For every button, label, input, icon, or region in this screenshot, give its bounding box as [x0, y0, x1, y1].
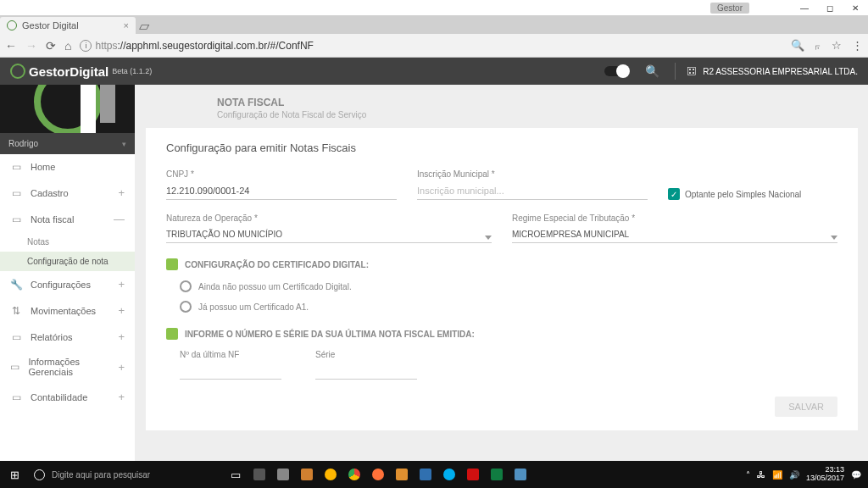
zoom-icon[interactable]: 🔍 [791, 39, 804, 52]
app-icon[interactable] [295, 464, 319, 485]
home-button[interactable]: ⌂ [64, 39, 71, 53]
sidebar-item-home[interactable]: ▭ Home [0, 154, 135, 180]
cert-option-2[interactable]: Já possuo um Certificado A1. [180, 301, 837, 313]
search-icon[interactable]: 🔍 [645, 64, 659, 78]
system-tray[interactable]: ˄ 🖧 📶 🔊 23:13 13/05/2017 💬 [746, 466, 868, 483]
chrome-icon[interactable] [342, 464, 366, 485]
gestor-tag: Gestor [710, 3, 749, 14]
sidebar-user[interactable]: Rodrigo ▾ [0, 133, 135, 154]
url-path: ://apphml.seugestordigital.com.br/#/Conf… [117, 40, 313, 52]
bookmark-icon[interactable]: ☆ [832, 39, 842, 52]
expand-icon: + [118, 186, 125, 199]
cert-section-label: CONFIGURAÇÃO DO CERTIFICADO DIGITAL: [166, 258, 837, 270]
notifications-icon[interactable]: 💬 [851, 470, 861, 480]
list-icon: ▭ [10, 187, 22, 199]
nf-num-input[interactable] [180, 363, 281, 380]
volume-icon[interactable]: 🔊 [789, 470, 799, 480]
app-icon[interactable] [319, 464, 342, 485]
badge-icon [166, 258, 178, 270]
sidebar-item-cadastro[interactable]: ▭ Cadastro + [0, 180, 135, 206]
cert-section-text: CONFIGURAÇÃO DO CERTIFICADO DIGITAL: [185, 260, 369, 269]
pdf-icon[interactable] [461, 464, 485, 485]
sidebar-item-info-gerenciais[interactable]: ▭ Informações Gerenciais + [0, 350, 135, 384]
tray-up-icon[interactable]: ˄ [746, 470, 750, 480]
theme-toggle[interactable] [604, 66, 630, 76]
wrench-icon: 🔧 [10, 279, 22, 291]
extension-icon[interactable]: ⟔ [815, 39, 821, 52]
sidebar-item-config[interactable]: 🔧 Configurações + [0, 271, 135, 297]
start-button[interactable]: ⊞ [0, 469, 29, 481]
chevron-down-icon: ▾ [122, 140, 126, 148]
inscricao-input[interactable] [417, 182, 648, 200]
optante-field: ✓ Optante pelo Simples Nacional [668, 188, 837, 200]
cortana-icon [34, 469, 45, 480]
address-bar[interactable]: i https://apphml.seugestordigital.com.br… [80, 40, 782, 52]
page-header: NOTA FISCAL Configuração de Nota Fiscal … [136, 85, 868, 128]
page-subheading: Configuração de Nota Fiscal de Serviço [217, 110, 868, 119]
taskbar-clock[interactable]: 23:13 13/05/2017 [806, 466, 844, 483]
page-heading: NOTA FISCAL [217, 97, 868, 108]
app-icon[interactable] [414, 464, 437, 485]
cnpj-input[interactable] [166, 182, 397, 200]
svg-rect-4 [693, 72, 694, 74]
main-content: NOTA FISCAL Configuração de Nota Fiscal … [136, 85, 868, 461]
cert-opt2-label: Já possuo um Certificado A1. [198, 302, 309, 312]
new-tab-button[interactable]: ▱ [136, 18, 153, 34]
sidebar-item-label: Nota fiscal [31, 214, 74, 225]
badge-icon [166, 328, 178, 340]
excel-icon[interactable] [485, 464, 509, 485]
svg-rect-2 [693, 69, 694, 70]
firefox-icon[interactable] [366, 464, 390, 485]
sidebar-item-relatorios[interactable]: ▭ Relatórios + [0, 324, 135, 350]
browser-tab[interactable]: Gestor Digital × [0, 17, 136, 34]
url-protocol: https [95, 40, 117, 52]
maximize-button[interactable]: ◻ [817, 3, 843, 13]
sidebar-item-label: Home [31, 162, 55, 172]
regime-label: Regime Especial de Tributação * [512, 214, 837, 223]
user-name: Rodrigo [8, 139, 38, 148]
wifi-icon[interactable]: 📶 [772, 470, 782, 480]
app-icon[interactable] [390, 464, 414, 485]
expand-icon: + [118, 361, 125, 374]
minimize-button[interactable]: — [792, 3, 817, 13]
cert-option-1[interactable]: Ainda não possuo um Certificado Digital. [180, 280, 837, 292]
sidebar-item-contabilidade[interactable]: ▭ Contabilidade + [0, 384, 135, 410]
optante-checkbox[interactable]: ✓ [668, 188, 680, 200]
windows-titlebar: Gestor — ◻ ✕ [0, 0, 868, 15]
app-icon[interactable] [271, 464, 295, 485]
tab-close-icon[interactable]: × [124, 20, 129, 30]
app-icon[interactable] [248, 464, 271, 485]
natureza-field[interactable]: Natureza de Operação * TRIBUTAÇÃO NO MUN… [166, 214, 492, 243]
back-button[interactable]: ← [5, 39, 17, 53]
sidebar: Rodrigo ▾ ▭ Home ▭ Cadastro + ▭ Nota fis… [0, 85, 136, 461]
divider [675, 63, 676, 80]
expand-icon: + [118, 391, 125, 403]
report-icon: ▭ [10, 331, 22, 343]
forward-button[interactable]: → [25, 39, 37, 53]
sidebar-item-nota-fiscal[interactable]: ▭ Nota fiscal — [0, 206, 135, 232]
chrome-tab-strip: Gestor Digital × ▱ [0, 15, 868, 34]
reload-button[interactable]: ⟳ [46, 39, 56, 53]
company-selector[interactable]: R2 ASSESSORIA EMPRESARIAL LTDA. [686, 65, 858, 77]
logo-icon [10, 64, 25, 79]
network-icon[interactable]: 🖧 [757, 470, 765, 480]
taskbar-search[interactable]: Digite aqui para pesquisar [29, 469, 224, 480]
regime-field[interactable]: Regime Especial de Tributação * MICROEMP… [512, 214, 837, 243]
sidebar-item-moviment[interactable]: ⇅ Movimentações + [0, 297, 135, 324]
app-logo[interactable]: GestorDigital Beta (1.1.2) [10, 64, 152, 79]
skype-icon[interactable] [437, 464, 461, 485]
sidebar-item-label: Cadastro [31, 188, 69, 198]
app-icon[interactable] [509, 464, 532, 485]
menu-icon[interactable]: ⋮ [852, 39, 863, 52]
task-view-icon[interactable]: ▭ [224, 464, 248, 485]
sidebar-sub-config-nota[interactable]: Configuração de nota [0, 252, 135, 271]
nf-serie-input[interactable] [315, 363, 417, 380]
sidebar-item-label: Contabilidade [31, 392, 87, 402]
home-icon: ▭ [10, 161, 22, 173]
save-button[interactable]: SALVAR [775, 396, 837, 417]
expand-icon: + [118, 278, 125, 291]
search-placeholder: Digite aqui para pesquisar [52, 470, 150, 480]
close-button[interactable]: ✕ [843, 3, 868, 13]
sidebar-sub-notas[interactable]: Notas [0, 232, 135, 252]
site-info-icon[interactable]: i [80, 40, 92, 52]
